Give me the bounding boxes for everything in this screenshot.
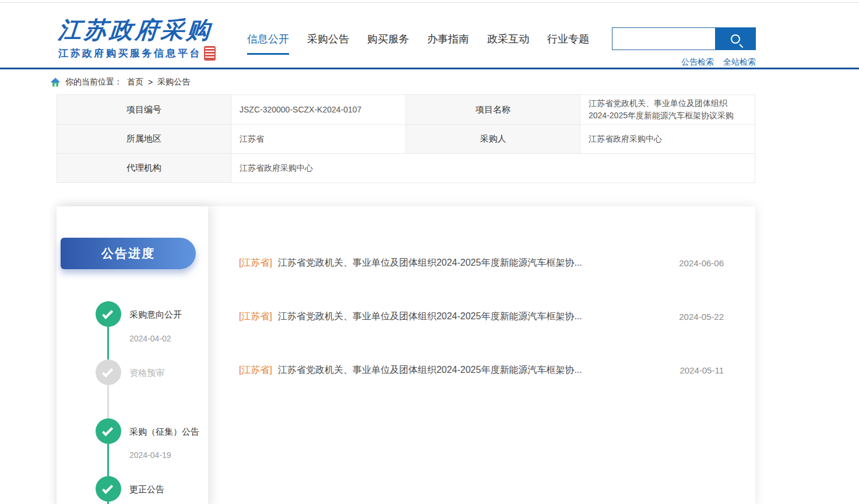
home-icon[interactable] [50,77,61,87]
announcement-title-link[interactable]: 江苏省党政机关、事业单位及团体组织2024-2025年度新能源汽车框架协... [278,364,668,376]
announcement-row[interactable]: [江苏省] 江苏省党政机关、事业单位及团体组织2024-2025年度新能源汽车框… [239,362,724,378]
step-label-correction[interactable]: 更正公告 [129,484,164,495]
announcement-title-link[interactable]: 江苏省党政机关、事业单位及团体组织2024-2025年度新能源汽车框架协... [278,311,667,323]
breadcrumb-prefix: 你的当前位置： [65,77,122,87]
search-icon [731,34,740,44]
announcement-row[interactable]: [江苏省] 江苏省党政机关、事业单位及团体组织2024-2025年度新能源汽车框… [239,308,724,325]
breadcrumb-separator: > [148,77,153,87]
nav-item-interaction[interactable]: 政采互动 [487,32,529,46]
label-project-name: 项目名称 [406,95,580,125]
timeline-segment [107,444,109,476]
step-label-intention[interactable]: 采购意向公开 [129,309,182,320]
value-project-number: JSZC-320000-SCZX-K2024-0107 [231,95,406,125]
search-button[interactable] [715,27,756,50]
check-icon [102,425,113,436]
site-logo-subtitle: 江苏政府购买服务信息平台 [58,47,202,60]
table-row: 代理机构 江苏省政府采购中心 [57,154,755,183]
announcement-date: 2024-05-22 [679,312,724,322]
site-header: 江苏政府采购 江苏政府购买服务信息平台 信息公开 采购公告 购买服务 办事指南 … [0,3,859,68]
label-region: 所属地区 [57,125,231,154]
link-site-search[interactable]: 全站检索 [723,57,756,68]
search-scope-links: 公告检索 全站检索 [612,57,756,68]
value-region: 江苏省 [231,125,406,154]
breadcrumb-bar: 你的当前位置：首页 > 采购公告 [0,68,859,92]
step-date-intention: 2024-04-02 [129,334,171,343]
announcement-date: 2024-06-06 [679,258,724,268]
main-nav: 信息公开 采购公告 购买服务 办事指南 政采互动 行业专题 [247,32,589,46]
announcement-title-link[interactable]: 江苏省党政机关、事业单位及团体组织2024-2025年度新能源汽车框架协... [278,257,667,269]
progress-title: 公告进度 [101,245,155,262]
nav-item-info-disclosure[interactable]: 信息公开 [247,32,289,46]
region-tag: [江苏省] [239,311,272,323]
label-agency: 代理机构 [57,154,231,183]
announcement-row[interactable]: [江苏省] 江苏省党政机关、事业单位及团体组织2024-2025年度新能源汽车框… [239,255,724,271]
project-info-table: 项目编号 JSZC-320000-SCZX-K2024-0107 项目名称 江苏… [57,94,755,183]
site-logo-title: 江苏政府采购 [57,17,216,43]
region-tag: [江苏省] [239,364,272,376]
label-project-number: 项目编号 [57,95,231,125]
step-done-icon [96,301,121,327]
value-agency: 江苏省政府采购中心 [231,154,755,183]
timeline-segment [107,502,109,504]
step-date-solicitation: 2024-04-19 [129,450,171,460]
progress-title-banner: 公告进度 [61,238,196,269]
breadcrumb: 你的当前位置：首页 > 采购公告 [50,77,190,87]
site-logo[interactable]: 江苏政府采购 江苏政府购买服务信息平台 [58,17,216,61]
nav-item-procurement-notice[interactable]: 采购公告 [307,32,349,46]
table-row: 所属地区 江苏省 采购人 江苏省政府采购中心 [57,125,755,154]
step-done-icon [96,476,121,502]
red-seal-icon [204,46,216,61]
breadcrumb-current: 采购公告 [157,77,190,87]
step-done-icon [96,418,121,444]
page: 江苏政府采购 江苏政府购买服务信息平台 信息公开 采购公告 购买服务 办事指南 … [0,0,859,504]
check-icon [102,366,113,377]
value-purchaser: 江苏省政府采购中心 [580,125,755,154]
announcement-date: 2024-05-11 [680,365,724,375]
link-announcement-search[interactable]: 公告检索 [681,57,714,68]
check-icon [102,308,113,319]
step-label-solicitation[interactable]: 采购（征集）公告 [129,427,199,438]
nav-item-purchase-service[interactable]: 购买服务 [367,32,409,46]
breadcrumb-home-link[interactable]: 首页 [127,77,143,87]
nav-item-industry-topics[interactable]: 行业专题 [547,32,589,46]
step-label-prequalification: 资格预审 [129,368,164,379]
search-box [612,27,756,50]
timeline-segment [107,327,109,360]
region-tag: [江苏省] [239,257,272,269]
table-row: 项目编号 JSZC-320000-SCZX-K2024-0107 项目名称 江苏… [57,95,755,125]
value-project-name: 江苏省党政机关、事业单位及团体组织2024-2025年度新能源汽车框架协议采购 [580,95,755,125]
label-purchaser: 采购人 [406,125,580,154]
step-pending-icon [96,360,121,385]
timeline-segment [107,385,109,418]
check-icon [102,482,113,494]
search-input[interactable] [612,27,715,50]
nav-item-service-guide[interactable]: 办事指南 [427,32,469,46]
